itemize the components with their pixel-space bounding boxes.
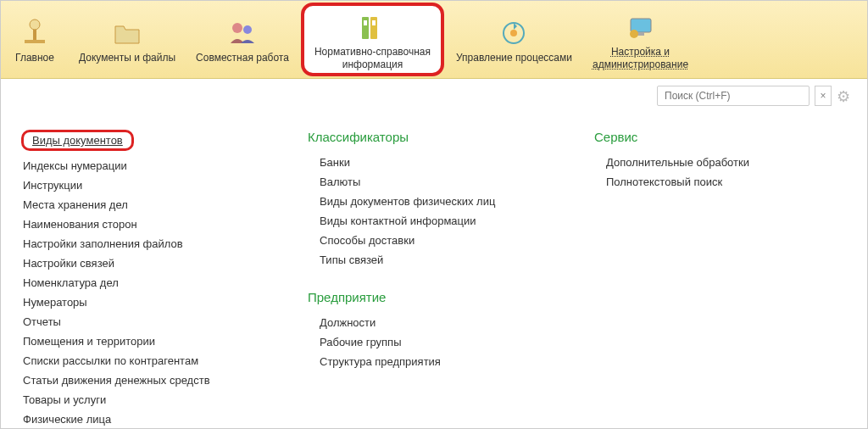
section-title-classifiers: Классификаторы [308,130,560,144]
binders-icon [357,12,387,42]
gear-icon[interactable]: ⚙ [837,87,854,104]
list-item[interactable]: Настройки заполнения файлов [21,234,274,254]
people-icon [227,18,258,48]
list-item[interactable]: Полнотекстовый поиск [594,172,847,192]
search-input[interactable] [657,86,810,106]
list-item[interactable]: Индексы нумерации [21,156,274,176]
column-1: Виды документов Индексы нумерации Инстру… [21,130,274,429]
list-item[interactable]: Списки рассылки по контрагентам [21,351,274,370]
toolbar-main-label: Главное [15,52,54,64]
list-item[interactable]: Места хранения дел [21,195,274,214]
list-item[interactable]: Номенклатура дел [21,273,274,292]
toolbar-docs[interactable]: Документы и файлы [69,1,186,78]
list-item[interactable]: Отчеты [21,312,274,332]
col1-list: Индексы нумерации Инструкции Места хране… [21,156,274,429]
svg-rect-0 [25,40,45,43]
list-item[interactable]: Способы доставки [308,231,560,250]
svg-point-10 [510,30,517,36]
list-item[interactable]: Валюты [308,172,560,192]
svg-point-13 [630,30,638,38]
section-classifiers: Классификаторы Банки Валюты Виды докумен… [308,130,560,270]
enterprise-list: Должности Рабочие группы Структура предп… [308,313,560,371]
workflow-icon [498,18,529,48]
toolbar-reference-label: Нормативно-справочная информация [314,46,431,70]
search-clear-button[interactable]: × [815,86,832,106]
svg-rect-12 [637,32,644,36]
list-item[interactable]: Типы связей [308,250,560,270]
main-toolbar: Главное Документы и файлы Совместная раб… [1,1,867,79]
column-3: Сервис Дополнительные обработки Полнотек… [594,130,847,429]
list-item[interactable]: Структура предприятия [308,352,560,371]
toolbar-main[interactable]: Главное [1,1,69,78]
list-item[interactable]: Инструкции [21,176,274,195]
toolbar-reference[interactable]: Нормативно-справочная информация [301,3,444,76]
svg-rect-6 [370,17,377,39]
list-item[interactable]: Рабочие группы [308,332,560,352]
list-item[interactable]: Помещения и территории [21,332,274,351]
folder-icon [112,18,142,48]
service-list: Дополнительные обработки Полнотекстовый … [594,153,847,192]
toolbar-settings-label: Настройка и администрирование [593,46,688,70]
svg-point-4 [243,25,252,34]
content-area: Виды документов Индексы нумерации Инстру… [1,113,867,429]
list-item[interactable]: Статьи движения денежных средств [21,370,274,390]
scale-icon [19,18,50,48]
list-item[interactable]: Товары и услуги [21,390,274,410]
list-item[interactable]: Наименования сторон [21,214,274,234]
search-bar: × ⚙ [1,79,867,113]
list-item[interactable]: Виды контактной информации [308,211,560,231]
list-item[interactable]: Нумераторы [21,292,274,312]
svg-point-3 [232,23,242,33]
classifiers-list: Банки Валюты Виды документов физических … [308,153,560,270]
list-item[interactable]: Настройки связей [21,254,274,273]
svg-rect-8 [372,20,376,25]
monitor-icon [626,12,656,42]
toolbar-process[interactable]: Управление процессами [446,1,582,78]
section-enterprise: Предприятие Должности Рабочие группы Стр… [308,290,560,371]
svg-rect-5 [362,17,369,39]
list-item[interactable]: Дополнительные обработки [594,153,847,172]
section-title-enterprise: Предприятие [308,290,560,304]
svg-point-2 [30,20,40,30]
toolbar-settings[interactable]: Настройка и администрирование [582,1,698,78]
toolbar-collab-label: Совместная работа [196,52,289,64]
list-item[interactable]: Виды документов физических лиц [308,192,560,211]
list-item[interactable]: Банки [308,153,560,172]
toolbar-collab[interactable]: Совместная работа [186,1,299,78]
list-item[interactable]: Должности [308,313,560,332]
svg-rect-7 [364,20,367,25]
section-service: Сервис Дополнительные обработки Полнотек… [594,130,847,192]
toolbar-process-label: Управление процессами [456,52,572,64]
list-item[interactable]: Физические лица [21,410,274,429]
featured-link-document-types[interactable]: Виды документов [21,130,134,151]
section-title-service: Сервис [594,130,847,144]
toolbar-docs-label: Документы и файлы [79,52,175,64]
column-2: Классификаторы Банки Валюты Виды докумен… [308,130,560,429]
